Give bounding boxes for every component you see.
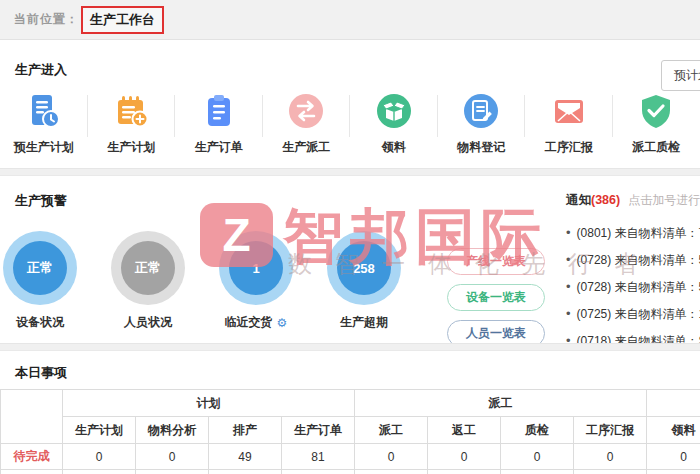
- section-title-production-alert: 生产预警: [15, 192, 67, 210]
- section-title-today-items: 本日事项: [15, 364, 67, 382]
- notifications-count-badge: (386): [591, 193, 620, 207]
- today-items-section: 本日事项 计划 派工 生产计划 物料分析 排产 生产订单 派工 返工 质检 工序…: [0, 351, 700, 474]
- table-cell-link[interactable]: 0: [63, 470, 136, 474]
- notification-item[interactable]: (0725) 来自物料清单：1/: [566, 300, 700, 327]
- gauge-ring: 258: [327, 231, 401, 305]
- row-label-done: 已完成: [1, 470, 63, 474]
- table-cell-value: 81: [282, 444, 355, 470]
- gauge-staff-status[interactable]: 正常 人员状况: [111, 231, 185, 331]
- production-alert-section: 生产预警 正常 设备状况 正常 人员状况 1 临近交货 ⚙ 258: [0, 176, 700, 343]
- notification-item[interactable]: (0728) 来自物料清单：55: [566, 246, 700, 273]
- gear-icon[interactable]: ⚙: [277, 316, 288, 330]
- column-header: 生产订单: [282, 417, 355, 444]
- table-cell-link[interactable]: 49: [209, 444, 282, 470]
- column-header: 工序汇报: [574, 417, 647, 444]
- notifications-title: 通知: [566, 192, 591, 209]
- column-header: 质检: [501, 417, 574, 444]
- table-group-extra: [647, 390, 700, 417]
- entry-item-pre-production-plan[interactable]: 预生产计划: [0, 91, 88, 156]
- entry-item-production-order[interactable]: 生产订单: [175, 91, 263, 156]
- entry-item-production-dispatch[interactable]: 生产派工: [263, 91, 351, 156]
- entry-item-material-pick[interactable]: 领料: [350, 91, 438, 156]
- entry-item-label: 生产订单: [195, 139, 243, 156]
- section-title-production-entry: 生产进入: [15, 61, 67, 79]
- notifications-hint: 点击加号进行通知: [628, 192, 700, 209]
- breadcrumb: 当前位置： 生产工作台: [0, 0, 700, 40]
- table-cell-link[interactable]: 0: [282, 470, 355, 474]
- production-entry-section: 生产进入 预计划 预生产计划 生产计划 生产订单 生产派工: [0, 41, 700, 168]
- transfer-arrows-icon: [286, 91, 326, 131]
- table-cell-link[interactable]: 0: [647, 444, 700, 470]
- entry-item-label: 派工质检: [632, 139, 680, 156]
- table-cell-link[interactable]: 0: [428, 444, 501, 470]
- table-group-plan: 计划: [63, 390, 355, 417]
- entry-item-process-report[interactable]: 工序汇报: [525, 91, 613, 156]
- calendar-plus-icon: [111, 91, 151, 131]
- entry-item-label: 领料: [382, 139, 406, 156]
- today-table: 计划 派工 生产计划 物料分析 排产 生产订单 派工 返工 质检 工序汇报 领料…: [0, 389, 700, 474]
- gauge-label: 设备状况: [16, 314, 64, 331]
- table-cell-link[interactable]: 0: [136, 470, 209, 474]
- table-cell-link[interactable]: 0: [428, 470, 501, 474]
- entry-item-label: 生产计划: [107, 139, 155, 156]
- breadcrumb-label: 当前位置：: [14, 11, 79, 28]
- section-divider: [0, 343, 700, 351]
- row-label-pending: 待完成: [1, 444, 63, 470]
- table-group-dispatch: 派工: [355, 390, 647, 417]
- notification-item[interactable]: (0801) 来自物料清单：飞: [566, 219, 700, 246]
- gauge-value: 正常: [121, 241, 175, 295]
- table-cell-link[interactable]: 0: [209, 470, 282, 474]
- entry-item-label: 物料登记: [457, 139, 505, 156]
- gauge-value: 1: [229, 241, 283, 295]
- notifications-list: (0801) 来自物料清单：飞 (0728) 来自物料清单：55 (0728) …: [566, 219, 700, 354]
- pre-plan-button[interactable]: 预计划: [661, 60, 700, 91]
- doc-pen-icon: [461, 91, 501, 131]
- gauge-label: 生产超期: [340, 314, 388, 331]
- alert-gauges: 正常 设备状况 正常 人员状况 1 临近交货 ⚙ 258 生产超期: [3, 231, 435, 331]
- entry-item-material-register[interactable]: 物料登记: [438, 91, 526, 156]
- section-divider: [0, 168, 700, 176]
- entry-icon-row: 预生产计划 生产计划 生产订单 生产派工 领料: [0, 91, 700, 156]
- gauge-value: 正常: [13, 241, 67, 295]
- gauge-label: 临近交货: [225, 314, 273, 331]
- gauge-label: 人员状况: [124, 314, 172, 331]
- table-cell-link[interactable]: 0: [647, 470, 700, 474]
- doc-clock-icon: [24, 91, 64, 131]
- gauge-near-delivery[interactable]: 1 临近交货 ⚙: [219, 231, 293, 331]
- column-header: 生产计划: [63, 417, 136, 444]
- gauge-equipment-status[interactable]: 正常 设备状况: [3, 231, 77, 331]
- column-header: 排产: [209, 417, 282, 444]
- equipment-list-button[interactable]: 设备一览表: [447, 284, 545, 311]
- table-corner-cell: [1, 390, 63, 444]
- gauge-ring: 正常: [111, 231, 185, 305]
- table-cell-link[interactable]: 0: [136, 444, 209, 470]
- entry-item-label: 工序汇报: [545, 139, 593, 156]
- entry-item-label: 预生产计划: [14, 139, 74, 156]
- envelope-icon: [549, 91, 589, 131]
- column-header: 返工: [428, 417, 501, 444]
- shield-check-icon: [636, 91, 676, 131]
- notification-item[interactable]: (0728) 来自物料清单：55: [566, 273, 700, 300]
- entry-item-dispatch-qc[interactable]: 派工质检: [613, 91, 700, 156]
- notifications-panel: 通知 (386) 点击加号进行通知 (0801) 来自物料清单：飞 (0728)…: [566, 192, 700, 354]
- column-header: 领料: [647, 417, 700, 444]
- production-line-list-button[interactable]: 产线一览表: [447, 248, 545, 275]
- gauge-value: 258: [337, 241, 391, 295]
- entry-item-label: 生产派工: [282, 139, 330, 156]
- gauge-ring: 1: [219, 231, 293, 305]
- table-cell-link[interactable]: 0: [574, 444, 647, 470]
- table-cell-link[interactable]: 0: [501, 470, 574, 474]
- column-header: 派工: [355, 417, 428, 444]
- entry-item-production-plan[interactable]: 生产计划: [88, 91, 176, 156]
- clipboard-icon: [199, 91, 239, 131]
- gauge-ring: 正常: [3, 231, 77, 305]
- table-cell-link[interactable]: 0: [574, 470, 647, 474]
- gauge-overdue-production[interactable]: 258 生产超期: [327, 231, 401, 331]
- column-header: 物料分析: [136, 417, 209, 444]
- table-cell-link[interactable]: 0: [501, 444, 574, 470]
- open-box-icon: [374, 91, 414, 131]
- table-cell-link[interactable]: 0: [63, 444, 136, 470]
- breadcrumb-current-page: 生产工作台: [81, 6, 164, 34]
- table-cell-link[interactable]: 0: [355, 470, 428, 474]
- table-cell-link[interactable]: 0: [355, 444, 428, 470]
